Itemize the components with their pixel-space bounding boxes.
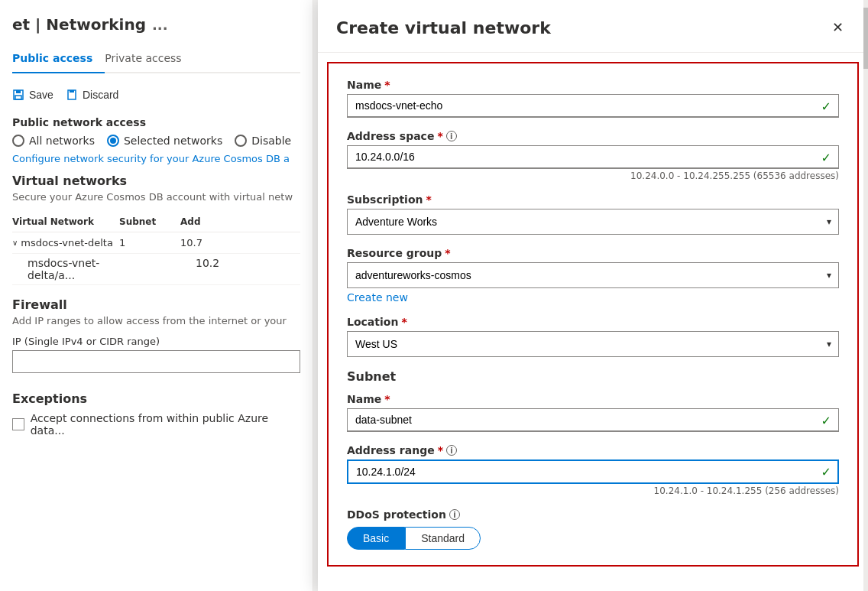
subscription-label: Subscription * [347,193,839,206]
exceptions-title: Exceptions [12,391,300,406]
resource-group-select[interactable]: adventureworks-cosmos [347,262,839,288]
exceptions-section: Exceptions Accept connections from withi… [12,391,300,437]
chevron-down-icon: ∨ [12,239,18,247]
ddos-label: DDoS protection i [347,508,839,521]
radio-selected-networks-circle [107,135,119,147]
tab-bar: Public access Private access [12,46,300,73]
subnet-name-input-wrapper: ✓ [347,408,839,432]
svg-rect-4 [70,90,74,93]
address-range-field: Address range * i ✓ 10.24.1.0 - 10.24.1.… [347,444,839,496]
address-range-required: * [438,444,443,456]
ddos-section: DDoS protection i Basic Standard [347,508,839,550]
exception-checkbox[interactable] [12,418,24,430]
subscription-field: Subscription * Adventure Works ▾ [347,193,839,235]
vnet-subnet-count: 1 [119,237,180,248]
discard-icon [66,89,78,101]
panel-title: Create virtual network [336,18,551,37]
panel-form: Name * ✓ Address space * i ✓ [327,62,859,567]
subnet-name-input[interactable] [347,408,839,432]
name-field: Name * ✓ [347,79,839,118]
ddos-info-icon[interactable]: i [449,509,460,520]
toolbar: Save Discard [12,86,300,104]
radio-selected-networks-label: Selected networks [124,135,222,147]
address-space-required: * [437,130,442,142]
virtual-networks-desc: Secure your Azure Cosmos DB account with… [12,191,300,203]
location-field: Location * West US ▾ [347,316,839,357]
ip-range-label: IP (Single IPv4 or CIDR range) [12,336,300,347]
tab-public-access[interactable]: Public access [12,46,105,73]
scrollbar-thumb[interactable] [863,8,868,69]
close-button[interactable]: ✕ [825,15,850,40]
name-input-wrapper: ✓ [347,94,839,118]
subnet-name: msdocs-vnet-delta/a... [28,257,134,281]
radio-selected-networks[interactable]: Selected networks [107,135,222,147]
address-space-hint: 10.24.0.0 - 10.24.255.255 (65536 address… [347,170,839,181]
table-row: msdocs-vnet-delta/a... 10.2 [12,254,300,285]
address-range-input[interactable] [347,459,839,484]
location-select-wrapper: West US ▾ [347,331,839,357]
location-required: * [401,316,406,328]
subnet-section-title: Subnet [347,369,839,384]
network-access-radio-group: All networks Selected networks Disable [12,135,300,147]
name-check-icon: ✓ [821,99,831,113]
public-network-label: Public network access [12,116,300,128]
firewall-title: Firewall [12,297,300,312]
subnet-name-field: Name * ✓ [347,393,839,432]
name-label: Name * [347,79,839,91]
subnet-name-label: Name * [347,393,839,405]
radio-all-networks-label: All networks [29,135,95,147]
ddos-standard-button[interactable]: Standard [405,527,481,550]
location-select[interactable]: West US [347,331,839,357]
subnet-address: 10.2 [196,257,241,281]
resource-group-select-wrapper: adventureworks-cosmos ▾ [347,262,839,288]
subscription-select[interactable]: Adventure Works [347,209,839,235]
subscription-select-wrapper: Adventure Works ▾ [347,209,839,235]
right-panel: Create virtual network ✕ Name * ✓ Addres… [313,0,868,591]
vnet-name: ∨ msdocs-vnet-delta [12,237,119,248]
name-input[interactable] [347,94,839,118]
address-range-hint: 10.24.1.0 - 10.24.1.255 (256 addresses) [347,485,839,496]
radio-disable[interactable]: Disable [235,135,291,147]
virtual-networks-title: Virtual networks [12,174,300,188]
radio-disable-circle [235,135,247,147]
subnet-name-required: * [384,393,390,405]
subscription-required: * [426,193,432,206]
scrollbar-track[interactable] [863,0,868,591]
subnet-name-check-icon: ✓ [821,413,831,427]
resource-group-required: * [445,247,450,259]
subnet-count [134,257,196,281]
address-space-check-icon: ✓ [821,150,831,164]
tab-private-access[interactable]: Private access [105,46,193,73]
address-space-info-icon[interactable]: i [446,131,457,141]
save-icon [12,89,24,101]
address-range-label: Address range * i [347,444,839,456]
table-row: ∨ msdocs-vnet-delta 1 10.7 [12,232,300,254]
col-address: Add [180,216,226,227]
radio-all-networks-circle [12,135,24,147]
address-range-check-icon: ✓ [821,465,831,479]
radio-all-networks[interactable]: All networks [12,135,95,147]
col-subnet: Subnet [119,216,180,227]
slide-panel: Create virtual network ✕ Name * ✓ Addres… [318,0,868,591]
radio-disable-label: Disable [251,135,291,147]
svg-rect-1 [16,90,21,93]
discard-button[interactable]: Discard [66,86,118,104]
address-space-label: Address space * i [347,130,839,142]
exception-checkbox-row: Accept connections from within public Az… [12,412,300,437]
address-range-info-icon[interactable]: i [446,445,457,456]
address-space-input[interactable] [347,145,839,169]
left-panel: et | Networking ... Public access Privat… [0,0,313,591]
config-network-link[interactable]: Configure network security for your Azur… [12,153,300,164]
panel-header: Create virtual network ✕ [318,0,868,53]
ddos-basic-button[interactable]: Basic [347,527,405,550]
name-required: * [384,79,390,91]
ellipsis-menu[interactable]: ... [152,17,168,33]
address-range-input-wrapper: ✓ [347,459,839,484]
ip-range-input[interactable] [12,350,300,373]
resource-group-label: Resource group * [347,247,839,259]
vnet-table-header: Virtual Network Subnet Add [12,212,300,232]
create-new-link[interactable]: Create new [347,291,408,304]
ddos-toggle-group: Basic Standard [347,527,839,550]
exception-label: Accept connections from within public Az… [31,412,300,437]
save-button[interactable]: Save [12,86,53,104]
